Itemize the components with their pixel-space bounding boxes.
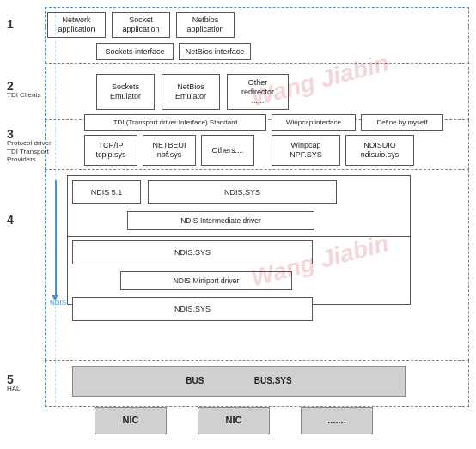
box-bus: BUS BUS.SYS <box>72 366 406 397</box>
box-define-by-myself: Define by myself <box>361 114 443 131</box>
box-winpcap-interface: Winpcap interface <box>272 114 356 131</box>
box-sockets-interface: Sockets interface <box>96 43 174 60</box>
layer1-num: 1 <box>7 17 14 31</box>
box-nic3: ....... <box>301 407 373 434</box>
box-netbios-app: Netbiosapplication <box>176 12 235 38</box>
diagram: 1 2 TDI Clients 3 Protocol driverTDI Tra… <box>0 0 476 449</box>
box-nic2: NIC <box>198 407 270 434</box>
box-ndis51: NDIS 5.1 <box>72 180 141 204</box>
box-ndis-intermediate: NDIS Intermediate driver <box>127 211 314 230</box>
box-ndisuio: NDISUIOndisuio.sys <box>345 135 414 166</box>
box-tcpip: TCP/IPtcpip.sys <box>84 135 137 166</box>
box-tdi-standard: TDI (Transport driver Interface) Standar… <box>84 114 266 131</box>
box-netbios-emulator: NetBiosEmulator <box>162 74 220 110</box>
box-ndissys-bot: NDIS.SYS <box>72 297 313 321</box>
box-other-redirector: Otherredirector...... <box>227 74 289 110</box>
box-network-app: Networkapplication <box>47 12 106 38</box>
box-sockets-emulator: SocketsEmulator <box>96 74 155 110</box>
layer4-num: 4 <box>7 213 14 227</box>
box-winpcap-npf: WinpcapNPF.SYS <box>272 135 340 166</box>
hal-label: HAL <box>7 385 21 392</box>
box-nic1: NIC <box>95 407 167 434</box>
box-ndissys-mid: NDIS.SYS <box>72 240 313 264</box>
box-netbios-interface: NetBios interface <box>179 43 251 60</box>
box-socket-app: Socketapplication <box>112 12 170 38</box>
box-netbeui: NETBEUInbf.sys <box>143 135 196 166</box>
box-others: Others.... <box>201 135 254 166</box>
layer2-label: TDI Clients <box>7 91 41 100</box>
layer3-label: Protocol driverTDI TransportProviders <box>7 139 52 164</box>
left-vertical-line <box>55 7 56 407</box>
box-ndis-miniport: NDIS Miniport driver <box>120 271 292 290</box>
box-ndissys-top: NDIS.SYS <box>148 180 337 204</box>
